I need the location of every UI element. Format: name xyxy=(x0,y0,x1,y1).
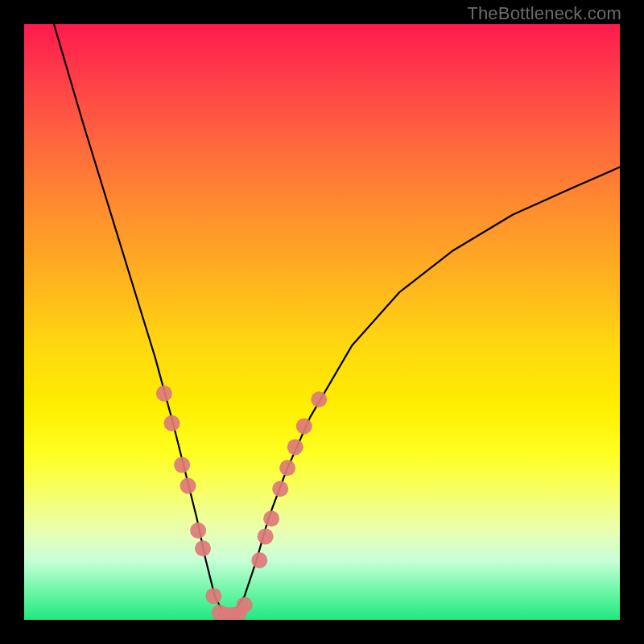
highlight-dot xyxy=(205,588,221,604)
highlight-dot xyxy=(296,419,312,435)
highlight-dot xyxy=(311,391,327,407)
plot-area xyxy=(24,24,620,620)
highlight-dot xyxy=(180,478,196,494)
highlight-dot xyxy=(156,386,172,402)
highlight-dot xyxy=(279,460,295,476)
highlight-dot xyxy=(195,540,211,556)
chart-canvas xyxy=(24,24,620,620)
highlight-dot xyxy=(251,552,267,568)
bottleneck-curve xyxy=(54,24,620,614)
highlight-dot xyxy=(190,522,206,539)
highlight-dot xyxy=(258,528,274,544)
highlight-dot xyxy=(263,510,279,526)
watermark-text: TheBottleneck.com xyxy=(467,3,621,24)
highlight-dot xyxy=(287,439,303,455)
chart-frame: TheBottleneck.com xyxy=(0,0,644,644)
highlight-dot xyxy=(174,457,190,473)
highlight-dot xyxy=(272,481,288,497)
highlight-dot xyxy=(237,597,253,613)
highlight-dot xyxy=(164,415,180,431)
